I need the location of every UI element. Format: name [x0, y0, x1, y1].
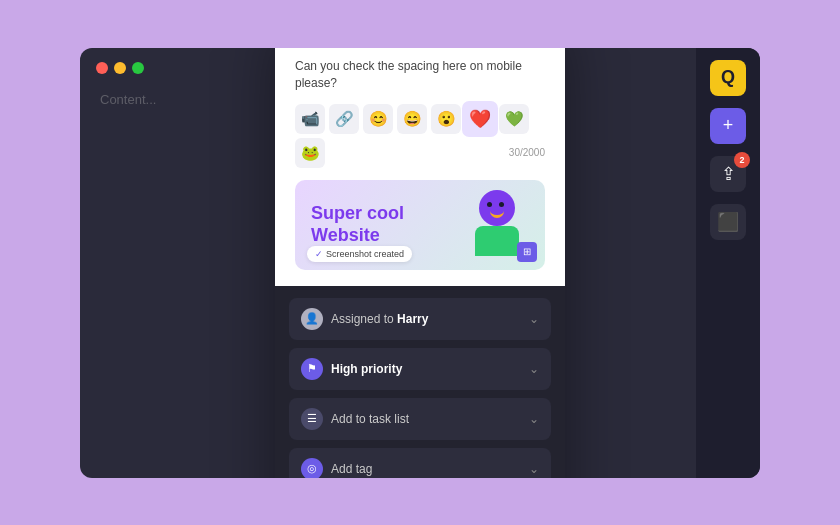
- person-icon: 👤: [301, 308, 323, 330]
- modal-card: Nice Project × Can you check the spacing…: [275, 48, 565, 478]
- task-list-dropdown[interactable]: ☰ Add to task list ⌄: [289, 398, 551, 440]
- preview-tool-icon: ⊞: [517, 242, 537, 262]
- task-list-label: Add to task list: [331, 412, 521, 426]
- add-tag-dropdown[interactable]: ◎ Add tag ⌄: [289, 448, 551, 478]
- add-tag-label: Add tag: [331, 462, 521, 476]
- char-body: [475, 226, 519, 256]
- emoji-heart[interactable]: ❤️: [462, 101, 498, 137]
- chevron-down-icon: ⌄: [529, 362, 539, 376]
- app-window: Content... Q + ⇪ 2 ⬛ Nice Project × Can …: [80, 48, 760, 478]
- modal-overlay: Nice Project × Can you check the spacing…: [80, 48, 760, 478]
- emoji-green[interactable]: 💚: [499, 104, 529, 134]
- emoji-link[interactable]: 🔗: [329, 104, 359, 134]
- modal-top: Nice Project × Can you check the spacing…: [275, 48, 565, 286]
- char-count: 30/2000: [509, 147, 545, 158]
- priority-label: High priority: [331, 362, 521, 376]
- close-button[interactable]: ×: [523, 48, 545, 49]
- emoji-smile[interactable]: 😊: [363, 104, 393, 134]
- emoji-video[interactable]: 📹: [295, 104, 325, 134]
- char-eye-right: [499, 202, 504, 207]
- emoji-frog[interactable]: 🐸: [295, 138, 325, 168]
- check-icon: ✓: [315, 249, 323, 259]
- emoji-surprised[interactable]: 😮: [431, 104, 461, 134]
- modal-title-row: Nice Project ×: [295, 48, 545, 49]
- assigned-to-dropdown[interactable]: 👤 Assigned to Harry ⌄: [289, 298, 551, 340]
- char-head: [479, 190, 515, 226]
- priority-dropdown[interactable]: ⚑ High priority ⌄: [289, 348, 551, 390]
- list-icon: ☰: [301, 408, 323, 430]
- char-eye-left: [487, 202, 492, 207]
- preview-card: Super cool Website ✓ Screenshot created: [295, 180, 545, 270]
- priority-icon: ⚑: [301, 358, 323, 380]
- chevron-down-icon: ⌄: [529, 462, 539, 476]
- chevron-down-icon: ⌄: [529, 312, 539, 326]
- modal-bottom: 👤 Assigned to Harry ⌄ ⚑ High priority ⌄: [275, 286, 565, 478]
- assigned-label: Assigned to Harry: [331, 312, 521, 326]
- modal-description: Can you check the spacing here on mobile…: [295, 58, 545, 92]
- chevron-down-icon: ⌄: [529, 412, 539, 426]
- screenshot-badge: ✓ Screenshot created: [307, 246, 412, 262]
- emoji-bar: 📹 🔗 😊 😄 😮 ❤️ 💚 🐸 30/2000: [295, 104, 545, 168]
- preview-text: Super cool Website: [311, 203, 469, 246]
- tag-icon: ◎: [301, 458, 323, 478]
- emoji-laugh[interactable]: 😄: [397, 104, 427, 134]
